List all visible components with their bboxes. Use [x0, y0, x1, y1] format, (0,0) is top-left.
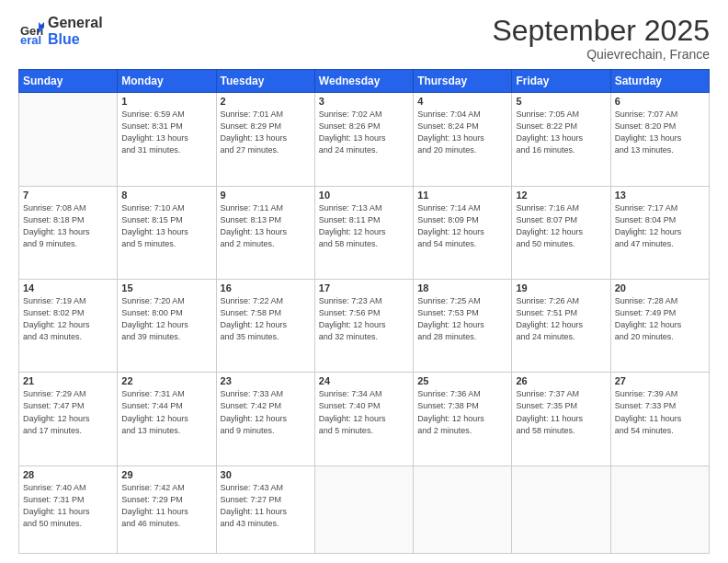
day-info: Sunrise: 7:37 AM Sunset: 7:35 PM Dayligh…	[516, 388, 606, 436]
logo: Gen eral General Blue	[18, 15, 103, 47]
day-info: Sunrise: 7:14 AM Sunset: 8:09 PM Dayligh…	[417, 202, 507, 250]
weekday-header-sunday: Sunday	[19, 70, 118, 93]
calendar-cell	[414, 465, 512, 553]
day-number: 2	[221, 96, 311, 107]
day-info: Sunrise: 7:23 AM Sunset: 7:56 PM Dayligh…	[319, 295, 409, 343]
day-number: 20	[615, 282, 705, 293]
calendar-cell: 21Sunrise: 7:29 AM Sunset: 7:47 PM Dayli…	[19, 373, 118, 465]
calendar-cell: 22Sunrise: 7:31 AM Sunset: 7:44 PM Dayli…	[118, 373, 216, 465]
calendar-cell	[610, 465, 709, 553]
day-info: Sunrise: 7:20 AM Sunset: 8:00 PM Dayligh…	[121, 295, 211, 343]
calendar-cell: 14Sunrise: 7:19 AM Sunset: 8:02 PM Dayli…	[19, 280, 118, 373]
calendar-cell	[314, 465, 413, 553]
day-number: 18	[417, 282, 507, 293]
day-info: Sunrise: 7:34 AM Sunset: 7:40 PM Dayligh…	[319, 388, 409, 436]
day-info: Sunrise: 7:02 AM Sunset: 8:26 PM Dayligh…	[319, 109, 409, 156]
calendar-cell: 27Sunrise: 7:39 AM Sunset: 7:33 PM Dayli…	[610, 373, 709, 465]
day-number: 27	[615, 375, 705, 386]
day-info: Sunrise: 7:08 AM Sunset: 8:18 PM Dayligh…	[23, 202, 113, 250]
calendar-table: SundayMondayTuesdayWednesdayThursdayFrid…	[18, 69, 710, 554]
weekday-header-tuesday: Tuesday	[216, 70, 314, 93]
day-info: Sunrise: 7:11 AM Sunset: 8:13 PM Dayligh…	[221, 202, 311, 250]
weekday-header-thursday: Thursday	[414, 70, 512, 93]
day-info: Sunrise: 7:36 AM Sunset: 7:38 PM Dayligh…	[417, 388, 507, 436]
calendar-cell: 25Sunrise: 7:36 AM Sunset: 7:38 PM Dayli…	[414, 373, 512, 465]
calendar-cell: 2Sunrise: 7:01 AM Sunset: 8:29 PM Daylig…	[216, 93, 314, 186]
day-info: Sunrise: 7:16 AM Sunset: 8:07 PM Dayligh…	[516, 202, 606, 250]
calendar-cell: 6Sunrise: 7:07 AM Sunset: 8:20 PM Daylig…	[610, 93, 709, 186]
calendar-cell: 23Sunrise: 7:33 AM Sunset: 7:42 PM Dayli…	[216, 373, 314, 465]
day-number: 10	[319, 190, 409, 201]
svg-text:eral: eral	[20, 33, 41, 44]
calendar-cell: 26Sunrise: 7:37 AM Sunset: 7:35 PM Dayli…	[512, 373, 610, 465]
week-row-1: 1Sunrise: 6:59 AM Sunset: 8:31 PM Daylig…	[19, 93, 710, 186]
day-number: 14	[23, 282, 113, 293]
week-row-5: 28Sunrise: 7:40 AM Sunset: 7:31 PM Dayli…	[19, 465, 710, 553]
calendar-cell: 24Sunrise: 7:34 AM Sunset: 7:40 PM Dayli…	[314, 373, 413, 465]
day-info: Sunrise: 7:17 AM Sunset: 8:04 PM Dayligh…	[615, 202, 705, 250]
logo-general-text: General	[48, 15, 103, 30]
day-info: Sunrise: 7:33 AM Sunset: 7:42 PM Dayligh…	[221, 388, 311, 436]
calendar-cell: 11Sunrise: 7:14 AM Sunset: 8:09 PM Dayli…	[414, 186, 512, 279]
day-number: 29	[121, 469, 211, 480]
day-info: Sunrise: 7:40 AM Sunset: 7:31 PM Dayligh…	[23, 482, 113, 530]
day-number: 1	[121, 96, 211, 107]
day-info: Sunrise: 7:01 AM Sunset: 8:29 PM Dayligh…	[221, 109, 311, 156]
calendar-cell: 13Sunrise: 7:17 AM Sunset: 8:04 PM Dayli…	[610, 186, 709, 279]
calendar-cell: 8Sunrise: 7:10 AM Sunset: 8:15 PM Daylig…	[118, 186, 216, 279]
calendar-cell: 28Sunrise: 7:40 AM Sunset: 7:31 PM Dayli…	[19, 465, 118, 553]
calendar-cell: 5Sunrise: 7:05 AM Sunset: 8:22 PM Daylig…	[512, 93, 610, 186]
day-number: 6	[615, 96, 705, 107]
day-info: Sunrise: 7:26 AM Sunset: 7:51 PM Dayligh…	[516, 295, 606, 343]
day-number: 26	[516, 375, 606, 386]
calendar-cell: 9Sunrise: 7:11 AM Sunset: 8:13 PM Daylig…	[216, 186, 314, 279]
day-info: Sunrise: 7:07 AM Sunset: 8:20 PM Dayligh…	[615, 109, 705, 156]
day-number: 21	[23, 375, 113, 386]
day-number: 15	[121, 282, 211, 293]
day-number: 13	[615, 190, 705, 201]
day-info: Sunrise: 7:04 AM Sunset: 8:24 PM Dayligh…	[417, 109, 507, 156]
logo-blue-text: Blue	[48, 31, 80, 47]
day-info: Sunrise: 6:59 AM Sunset: 8:31 PM Dayligh…	[121, 109, 211, 156]
day-info: Sunrise: 7:42 AM Sunset: 7:29 PM Dayligh…	[121, 482, 211, 530]
logo-icon: Gen eral	[18, 18, 44, 44]
calendar-cell: 30Sunrise: 7:43 AM Sunset: 7:27 PM Dayli…	[216, 465, 314, 553]
location-subtitle: Quievrechain, France	[492, 47, 710, 62]
calendar-cell: 1Sunrise: 6:59 AM Sunset: 8:31 PM Daylig…	[118, 93, 216, 186]
day-number: 12	[516, 190, 606, 201]
day-info: Sunrise: 7:29 AM Sunset: 7:47 PM Dayligh…	[23, 388, 113, 436]
day-number: 7	[23, 190, 113, 201]
day-number: 24	[319, 375, 409, 386]
day-info: Sunrise: 7:10 AM Sunset: 8:15 PM Dayligh…	[121, 202, 211, 250]
day-number: 4	[417, 96, 507, 107]
title-block: September 2025 Quievrechain, France	[492, 15, 710, 62]
week-row-2: 7Sunrise: 7:08 AM Sunset: 8:18 PM Daylig…	[19, 186, 710, 279]
weekday-header-wednesday: Wednesday	[314, 70, 413, 93]
calendar-cell: 17Sunrise: 7:23 AM Sunset: 7:56 PM Dayli…	[314, 280, 413, 373]
day-info: Sunrise: 7:28 AM Sunset: 7:49 PM Dayligh…	[615, 295, 705, 343]
day-info: Sunrise: 7:39 AM Sunset: 7:33 PM Dayligh…	[615, 388, 705, 436]
day-number: 17	[319, 282, 409, 293]
day-info: Sunrise: 7:22 AM Sunset: 7:58 PM Dayligh…	[221, 295, 311, 343]
weekday-header-saturday: Saturday	[610, 70, 709, 93]
day-number: 3	[319, 96, 409, 107]
calendar-cell: 12Sunrise: 7:16 AM Sunset: 8:07 PM Dayli…	[512, 186, 610, 279]
day-number: 28	[23, 469, 113, 480]
day-number: 22	[121, 375, 211, 386]
day-number: 19	[516, 282, 606, 293]
week-row-4: 21Sunrise: 7:29 AM Sunset: 7:47 PM Dayli…	[19, 373, 710, 465]
day-number: 25	[417, 375, 507, 386]
calendar-cell: 10Sunrise: 7:13 AM Sunset: 8:11 PM Dayli…	[314, 186, 413, 279]
day-number: 23	[221, 375, 311, 386]
weekday-header-monday: Monday	[118, 70, 216, 93]
calendar-cell: 3Sunrise: 7:02 AM Sunset: 8:26 PM Daylig…	[314, 93, 413, 186]
day-number: 16	[221, 282, 311, 293]
calendar-cell: 18Sunrise: 7:25 AM Sunset: 7:53 PM Dayli…	[414, 280, 512, 373]
calendar-cell: 20Sunrise: 7:28 AM Sunset: 7:49 PM Dayli…	[610, 280, 709, 373]
calendar-cell: 4Sunrise: 7:04 AM Sunset: 8:24 PM Daylig…	[414, 93, 512, 186]
day-number: 30	[221, 469, 311, 480]
page-title: September 2025	[492, 15, 710, 47]
day-info: Sunrise: 7:25 AM Sunset: 7:53 PM Dayligh…	[417, 295, 507, 343]
weekday-header-friday: Friday	[512, 70, 610, 93]
calendar-cell: 16Sunrise: 7:22 AM Sunset: 7:58 PM Dayli…	[216, 280, 314, 373]
